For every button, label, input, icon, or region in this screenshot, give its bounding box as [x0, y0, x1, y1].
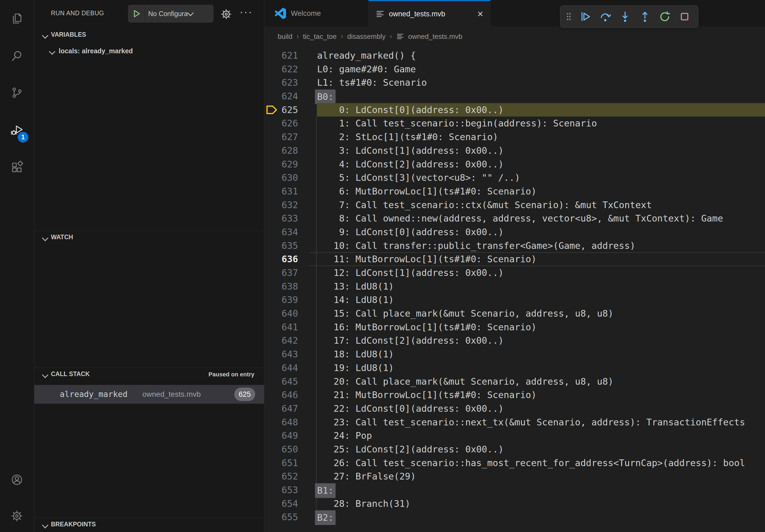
- line-number[interactable]: 653: [264, 483, 298, 497]
- drag-handle-icon[interactable]: [566, 11, 571, 23]
- settings-gear-icon[interactable]: [10, 509, 23, 522]
- restart-icon[interactable]: [659, 11, 671, 23]
- launch-config-dropdown[interactable]: No Configura: [128, 5, 213, 23]
- line-number[interactable]: 626: [264, 117, 298, 130]
- stack-frame-row[interactable]: already_marked owned_tests.mvb 625: [34, 385, 264, 404]
- search-icon[interactable]: [10, 50, 23, 62]
- line-number[interactable]: 640: [264, 307, 298, 320]
- line-number[interactable]: 621: [264, 49, 298, 62]
- explorer-icon[interactable]: [10, 12, 23, 25]
- breakpoints-section-header[interactable]: BREAKPOINTS: [34, 518, 264, 532]
- variables-scope-locals[interactable]: locals: already_marked: [34, 45, 264, 59]
- watch-section-header[interactable]: WATCH: [34, 231, 264, 245]
- line-number[interactable]: 629: [264, 157, 298, 171]
- breadcrumb-item[interactable]: build: [278, 32, 293, 41]
- code-line[interactable]: 646 21: MutBorrowLoc[1](ts#1#0: Scenario…: [264, 388, 765, 402]
- code-line[interactable]: 625 0: LdConst[0](address: 0x00..): [264, 103, 765, 117]
- code-line[interactable]: 633 8: Call owned::new(address, address,…: [264, 212, 765, 225]
- code-line[interactable]: 637 12: LdConst[1](address: 0x00..): [264, 266, 765, 280]
- code-line[interactable]: 640 15: Call place_mark(&mut Scenario, a…: [264, 307, 765, 320]
- line-number[interactable]: 650: [264, 442, 298, 456]
- line-number[interactable]: 644: [264, 361, 298, 375]
- line-number[interactable]: 645: [264, 375, 298, 389]
- code-line[interactable]: 624B0:: [264, 90, 765, 103]
- line-number[interactable]: 639: [264, 293, 298, 307]
- line-number[interactable]: 628: [264, 144, 298, 157]
- line-number[interactable]: 647: [264, 402, 298, 415]
- line-number[interactable]: 651: [264, 456, 298, 470]
- line-number[interactable]: 622: [264, 62, 298, 76]
- code-line[interactable]: 631 6: MutBorrowLoc[1](ts#1#0: Scenario): [264, 184, 765, 198]
- code-line[interactable]: 630 5: LdConst[3](vector<u8>: "" /..): [264, 171, 765, 184]
- code-line[interactable]: 639 14: LdU8(1): [264, 293, 765, 307]
- line-number[interactable]: 642: [264, 334, 298, 348]
- line-number[interactable]: 637: [264, 266, 298, 280]
- code-line[interactable]: 643 18: LdU8(1): [264, 348, 765, 361]
- line-number[interactable]: 638: [264, 280, 298, 293]
- call-stack-section-header[interactable]: CALL STACK Paused on entry: [34, 368, 264, 383]
- code-line[interactable]: 645 20: Call place_mark(&mut Scenario, a…: [264, 375, 765, 389]
- step-over-icon[interactable]: [599, 11, 611, 23]
- line-number[interactable]: 641: [264, 320, 298, 334]
- line-number[interactable]: 634: [264, 225, 298, 239]
- line-number[interactable]: 632: [264, 198, 298, 212]
- debug-settings-gear-icon[interactable]: [220, 8, 232, 20]
- step-into-icon[interactable]: [619, 11, 631, 23]
- code-line[interactable]: 642 17: LdConst[2](address: 0x00..): [264, 334, 765, 348]
- code-line[interactable]: 649 24: Pop: [264, 429, 765, 442]
- code-line[interactable]: 621already_marked() {: [264, 49, 765, 62]
- code-line[interactable]: 623L1: ts#1#0: Scenario: [264, 76, 765, 90]
- source-control-icon[interactable]: [10, 86, 23, 99]
- breadcrumb-item[interactable]: disassembly: [347, 32, 385, 41]
- line-number[interactable]: 631: [264, 184, 298, 198]
- line-number[interactable]: 654: [264, 497, 298, 511]
- line-number[interactable]: 646: [264, 388, 298, 402]
- tab-owned-tests[interactable]: owned_tests.mvb ×: [369, 0, 490, 27]
- step-out-icon[interactable]: [639, 11, 651, 23]
- line-number[interactable]: 652: [264, 470, 298, 483]
- close-icon[interactable]: ×: [477, 9, 490, 19]
- code-line[interactable]: 644 19: LdU8(1): [264, 361, 765, 375]
- line-number[interactable]: 623: [264, 76, 298, 90]
- code-line[interactable]: 635 10: Call transfer::public_transfer<G…: [264, 239, 765, 253]
- code-line[interactable]: 650 25: LdConst[2](address: 0x00..): [264, 442, 765, 456]
- line-number[interactable]: 655: [264, 510, 298, 524]
- more-actions-icon[interactable]: ···: [240, 6, 253, 18]
- code-line[interactable]: 638 13: LdU8(1): [264, 280, 765, 293]
- breadcrumb-item[interactable]: owned_tests.mvb: [408, 32, 462, 41]
- start-debug-button[interactable]: [128, 5, 145, 22]
- line-number[interactable]: 649: [264, 429, 298, 442]
- code-line[interactable]: 651 26: Call test_scenario::has_most_rec…: [264, 456, 765, 470]
- extensions-icon[interactable]: [10, 161, 23, 173]
- breadcrumb-item[interactable]: tic_tac_toe: [303, 32, 337, 41]
- line-number[interactable]: 624: [264, 90, 298, 103]
- variables-section-header[interactable]: VARIABLES: [34, 28, 264, 43]
- code-line[interactable]: 629 4: LdConst[2](address: 0x00..): [264, 157, 765, 171]
- code-line[interactable]: 655B2:: [264, 510, 765, 524]
- code-line[interactable]: 653B1:: [264, 483, 765, 497]
- line-number[interactable]: 643: [264, 348, 298, 361]
- line-number[interactable]: 636: [264, 252, 298, 266]
- code-line[interactable]: 626 1: Call test_scenario::begin(address…: [264, 117, 765, 130]
- line-number[interactable]: 633: [264, 212, 298, 225]
- code-line[interactable]: 627 2: StLoc[1](ts#1#0: Scenario): [264, 130, 765, 144]
- code-line[interactable]: 641 16: MutBorrowLoc[1](ts#1#0: Scenario…: [264, 320, 765, 334]
- line-number[interactable]: 625: [264, 103, 298, 117]
- code-line[interactable]: 648 23: Call test_scenario::next_tx(&mut…: [264, 415, 765, 429]
- code-line[interactable]: 636 11: MutBorrowLoc[1](ts#1#0: Scenario…: [264, 252, 765, 266]
- code-line[interactable]: 652 27: BrFalse(29): [264, 470, 765, 483]
- line-number[interactable]: 648: [264, 415, 298, 429]
- code-line[interactable]: 622L0: game#2#0: Game: [264, 62, 765, 76]
- line-number[interactable]: 630: [264, 171, 298, 184]
- stop-icon[interactable]: [679, 11, 690, 23]
- line-number[interactable]: 635: [264, 239, 298, 253]
- code-line[interactable]: 632 7: Call test_scenario::ctx(&mut Scen…: [264, 198, 765, 212]
- code-line[interactable]: 628 3: LdConst[1](address: 0x00..): [264, 144, 765, 157]
- continue-icon[interactable]: [579, 11, 591, 23]
- account-icon[interactable]: [10, 473, 23, 486]
- line-number[interactable]: 627: [264, 130, 298, 144]
- tab-welcome[interactable]: Welcome: [264, 0, 369, 27]
- code-line[interactable]: 654 28: Branch(31): [264, 497, 765, 511]
- code-line[interactable]: 647 22: LdConst[0](address: 0x00..): [264, 402, 765, 415]
- code-line[interactable]: 634 9: LdConst[0](address: 0x00..): [264, 225, 765, 239]
